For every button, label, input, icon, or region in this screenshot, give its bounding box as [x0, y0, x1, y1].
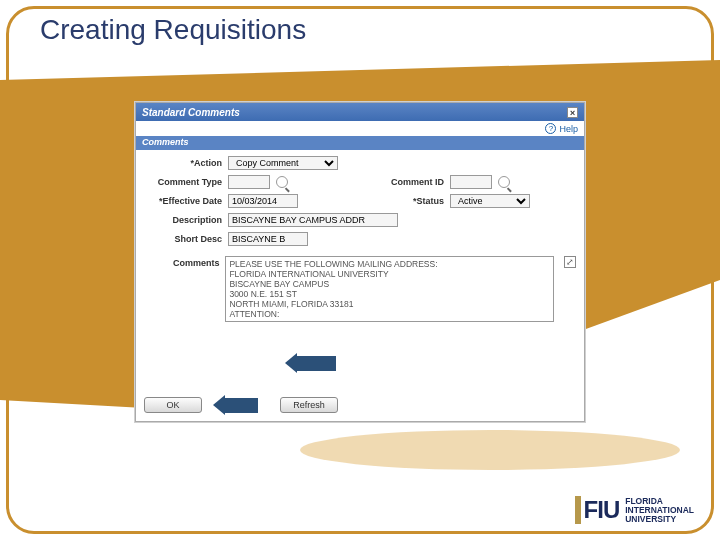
effective-date-label: *Effective Date: [144, 196, 222, 206]
ok-button[interactable]: OK: [144, 397, 202, 413]
description-label: Description: [144, 215, 222, 225]
logo-text: FLORIDA INTERNATIONAL UNIVERSITY: [625, 497, 694, 524]
search-icon[interactable]: [276, 176, 288, 188]
status-select[interactable]: Active: [450, 194, 530, 208]
action-label: *Action: [144, 158, 222, 168]
action-select[interactable]: Copy Comment: [228, 156, 338, 170]
form-grid: *Action Copy Comment Comment Type Commen…: [136, 150, 584, 252]
comments-textarea[interactable]: PLEASE USE THE FOLLOWING MAILING ADDRESS…: [225, 256, 554, 322]
close-icon[interactable]: ×: [567, 107, 578, 118]
page-title: Creating Requisitions: [40, 14, 306, 46]
standard-comments-dialog: Standard Comments × ? Help Comments *Act…: [135, 102, 585, 422]
help-icon[interactable]: ?: [545, 123, 556, 134]
callout-arrow-attention: [296, 356, 336, 371]
dialog-title: Standard Comments: [142, 107, 240, 118]
fiu-logo: FIU FLORIDA INTERNATIONAL UNIVERSITY: [575, 496, 694, 524]
help-row: ? Help: [136, 121, 584, 136]
background-swoosh-light: [300, 430, 680, 470]
logo-mark: FIU: [575, 496, 620, 524]
comment-id-label: Comment ID: [374, 177, 444, 187]
refresh-button[interactable]: Refresh: [280, 397, 338, 413]
short-desc-input[interactable]: [228, 232, 308, 246]
button-row: OK Refresh: [144, 397, 338, 413]
comment-type-input[interactable]: [228, 175, 270, 189]
help-link[interactable]: Help: [559, 124, 578, 134]
short-desc-label: Short Desc: [144, 234, 222, 244]
dialog-header: Standard Comments ×: [136, 103, 584, 121]
comments-section-bar: Comments: [136, 136, 584, 150]
comments-label: Comments: [144, 256, 219, 268]
comment-type-label: Comment Type: [144, 177, 222, 187]
effective-date-input[interactable]: [228, 194, 298, 208]
comment-id-input[interactable]: [450, 175, 492, 189]
expand-icon[interactable]: ⤢: [564, 256, 576, 268]
description-input[interactable]: [228, 213, 398, 227]
search-icon[interactable]: [498, 176, 510, 188]
callout-arrow-ok: [224, 398, 258, 413]
status-label: *Status: [374, 196, 444, 206]
